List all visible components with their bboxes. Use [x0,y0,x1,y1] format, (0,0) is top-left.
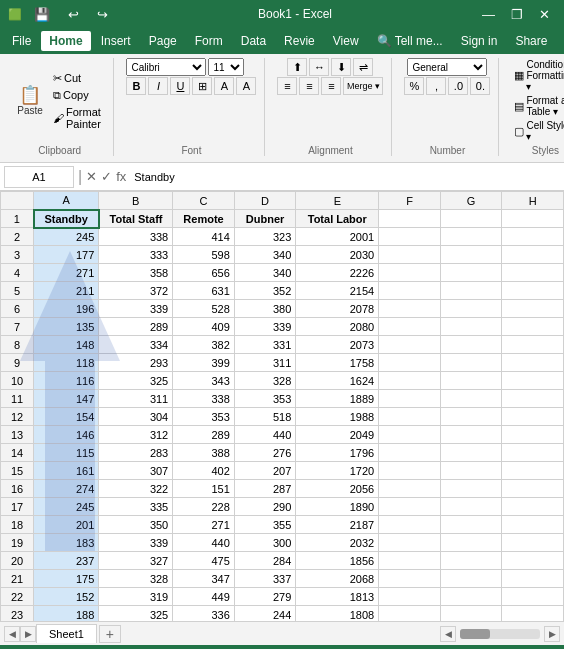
cell-C22[interactable]: 449 [173,588,235,606]
cell-D18[interactable]: 355 [234,516,296,534]
cell-A11[interactable]: 147 [34,390,99,408]
cell-F22[interactable] [379,588,441,606]
align-right-button[interactable]: ≡ [321,77,341,95]
cell-H13[interactable] [502,426,564,444]
cell-E23[interactable]: 1808 [296,606,379,622]
wrap-text-button[interactable]: ⇌ [353,58,373,76]
cell-E20[interactable]: 1856 [296,552,379,570]
col-header-G[interactable]: G [440,192,502,210]
cell-H6[interactable] [502,300,564,318]
cell-A7[interactable]: 135 [34,318,99,336]
cell-A21[interactable]: 175 [34,570,99,588]
menu-tell-me[interactable]: 🔍 Tell me... [369,31,451,51]
cell-C17[interactable]: 228 [173,498,235,516]
col-header-D[interactable]: D [234,192,296,210]
cell-B23[interactable]: 325 [99,606,173,622]
cell-B6[interactable]: 339 [99,300,173,318]
format-as-table-button[interactable]: ▤ Format as Table ▾ [511,94,564,118]
cell-G10[interactable] [440,372,502,390]
cell-G14[interactable] [440,444,502,462]
cell-G4[interactable] [440,264,502,282]
cell-F20[interactable] [379,552,441,570]
cell-D14[interactable]: 276 [234,444,296,462]
cell-C6[interactable]: 528 [173,300,235,318]
cell-F19[interactable] [379,534,441,552]
cell-F3[interactable] [379,246,441,264]
cell-D5[interactable]: 352 [234,282,296,300]
cell-H10[interactable] [502,372,564,390]
cell-B4[interactable]: 358 [99,264,173,282]
cell-G18[interactable] [440,516,502,534]
decrease-decimal-button[interactable]: 0. [470,77,490,95]
cell-H21[interactable] [502,570,564,588]
cell-E19[interactable]: 2032 [296,534,379,552]
cell-A4[interactable]: 271 [34,264,99,282]
cell-F7[interactable] [379,318,441,336]
cell-C15[interactable]: 402 [173,462,235,480]
tab-scroll-right[interactable]: ▶ [20,626,36,642]
cell-H4[interactable] [502,264,564,282]
cell-B9[interactable]: 293 [99,354,173,372]
cell-E14[interactable]: 1796 [296,444,379,462]
cell-F12[interactable] [379,408,441,426]
merge-center-button[interactable]: Merge ▾ [343,77,383,95]
menu-sign-in[interactable]: Sign in [453,31,506,51]
cell-B21[interactable]: 328 [99,570,173,588]
cell-B2[interactable]: 338 [99,228,173,246]
increase-decimal-button[interactable]: .0 [448,77,468,95]
cell-G2[interactable] [440,228,502,246]
cell-E3[interactable]: 2030 [296,246,379,264]
cell-A18[interactable]: 201 [34,516,99,534]
cell-A12[interactable]: 154 [34,408,99,426]
cell-A22[interactable]: 152 [34,588,99,606]
save-button[interactable]: 💾 [28,5,56,24]
hscroll-left[interactable]: ◀ [440,626,456,642]
cell-C7[interactable]: 409 [173,318,235,336]
close-button[interactable]: ✕ [533,5,556,24]
cell-E15[interactable]: 1720 [296,462,379,480]
tab-scroll-left[interactable]: ◀ [4,626,20,642]
cell-G7[interactable] [440,318,502,336]
hscroll-thumb[interactable] [460,629,490,639]
italic-button[interactable]: I [148,77,168,95]
cell-D15[interactable]: 207 [234,462,296,480]
cell-B1[interactable]: Total Staff [99,210,173,228]
cell-H12[interactable] [502,408,564,426]
cell-H22[interactable] [502,588,564,606]
cell-C9[interactable]: 399 [173,354,235,372]
cell-A17[interactable]: 245 [34,498,99,516]
cell-C12[interactable]: 353 [173,408,235,426]
cell-A1[interactable]: Standby [34,210,99,228]
cell-D4[interactable]: 340 [234,264,296,282]
cell-G19[interactable] [440,534,502,552]
cell-F6[interactable] [379,300,441,318]
menu-file[interactable]: File [4,31,39,51]
cell-C3[interactable]: 598 [173,246,235,264]
cell-G13[interactable] [440,426,502,444]
cell-E16[interactable]: 2056 [296,480,379,498]
cell-B19[interactable]: 339 [99,534,173,552]
cell-E5[interactable]: 2154 [296,282,379,300]
cell-B22[interactable]: 319 [99,588,173,606]
cell-B8[interactable]: 334 [99,336,173,354]
cell-E9[interactable]: 1758 [296,354,379,372]
cell-D3[interactable]: 340 [234,246,296,264]
cell-C10[interactable]: 343 [173,372,235,390]
underline-button[interactable]: U [170,77,190,95]
cell-H17[interactable] [502,498,564,516]
cell-F17[interactable] [379,498,441,516]
menu-review[interactable]: Revie [276,31,323,51]
cell-F13[interactable] [379,426,441,444]
col-header-F[interactable]: F [379,192,441,210]
cell-D9[interactable]: 311 [234,354,296,372]
cell-F23[interactable] [379,606,441,622]
cell-C5[interactable]: 631 [173,282,235,300]
cell-G23[interactable] [440,606,502,622]
undo-button[interactable]: ↩ [62,5,85,24]
menu-form[interactable]: Form [187,31,231,51]
cell-D21[interactable]: 337 [234,570,296,588]
cell-C13[interactable]: 289 [173,426,235,444]
insert-function-icon[interactable]: fx [116,169,126,184]
cell-H19[interactable] [502,534,564,552]
confirm-edit-icon[interactable]: ✓ [101,169,112,184]
